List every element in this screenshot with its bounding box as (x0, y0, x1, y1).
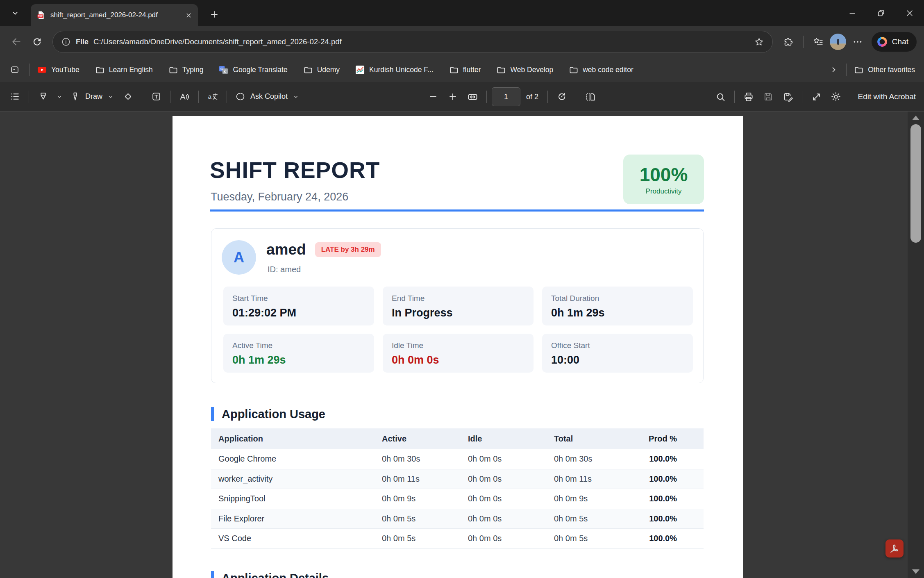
employee-card: A amed LATE by 3h 29m ID: amed Start Tim… (211, 228, 704, 383)
highlight-options-button[interactable] (54, 87, 65, 106)
favorites-divider (30, 64, 30, 76)
favorite-youtube[interactable]: YouTube (37, 65, 79, 75)
stat-idle-time: Idle Time 0h 0m 0s (383, 334, 534, 373)
table-of-contents-icon (10, 91, 20, 102)
folder-icon (303, 65, 313, 75)
read-aloud-button[interactable] (175, 87, 193, 106)
zoom-in-button[interactable] (444, 87, 462, 106)
minimize-button[interactable] (838, 0, 867, 26)
tab-title: shift_report_amed_2026-02-24.pdf (50, 11, 180, 19)
scrollbar[interactable] (908, 112, 924, 578)
favorite-udemy[interactable]: Udemy (303, 65, 340, 75)
new-tab-button[interactable] (205, 6, 224, 23)
copilot-chat-button[interactable]: Chat (872, 32, 917, 52)
scrollbar-up-arrow[interactable] (912, 116, 919, 120)
acrobat-extension-button[interactable] (885, 539, 904, 558)
copilot-logo-icon (876, 36, 888, 48)
print-button[interactable] (740, 87, 758, 106)
save-button[interactable] (759, 87, 777, 106)
fit-to-width-button[interactable] (463, 87, 481, 106)
address-divider (803, 36, 804, 48)
zoom-out-button[interactable] (424, 87, 442, 106)
folder-icon (168, 65, 178, 75)
google-translate-icon: G (219, 65, 228, 75)
pdf-settings-button[interactable] (827, 87, 845, 106)
favorite-learn-english[interactable]: Learn English (95, 65, 153, 75)
scrollbar-thumb[interactable] (910, 124, 921, 243)
svg-text:PDF: PDF (38, 15, 43, 17)
refresh-button[interactable] (28, 32, 46, 51)
browser-essentials-button[interactable] (779, 32, 797, 51)
report-title: SHIFT REPORT (210, 157, 380, 183)
tab-search-caret-button[interactable] (5, 4, 25, 22)
app-usage-table: Application Active Idle Total Prod % Goo… (211, 428, 704, 549)
back-arrow-icon (11, 36, 22, 47)
scrollbar-down-arrow[interactable] (912, 569, 919, 574)
folder-icon (95, 65, 104, 75)
draw-button[interactable]: Draw (67, 87, 117, 106)
highlight-button[interactable] (34, 87, 52, 106)
folder-icon (449, 65, 459, 75)
folder-icon (496, 65, 506, 75)
fullscreen-button[interactable] (807, 87, 825, 106)
shift-stats-grid: Start Time 01:29:02 PM End Time In Progr… (223, 287, 693, 373)
favorite-star-icon[interactable] (754, 37, 764, 47)
favorite-kurdish-unicode[interactable]: Kurdish Unicode F... (355, 65, 434, 75)
productivity-value: 100% (640, 164, 688, 186)
read-aloud-icon (179, 91, 190, 102)
info-icon[interactable] (61, 37, 71, 47)
svg-text:a: a (208, 93, 211, 100)
rotate-button[interactable] (553, 87, 571, 106)
ask-copilot-button[interactable]: Ask Copilot (232, 87, 302, 106)
stat-total-duration: Total Duration 0h 1m 29s (542, 287, 693, 325)
toolbar-divider (142, 91, 142, 103)
back-button[interactable] (7, 32, 25, 51)
page-view-icon (585, 91, 596, 102)
draw-pen-icon (70, 91, 80, 102)
erase-button[interactable] (119, 87, 137, 106)
save-as-button[interactable] (779, 87, 797, 106)
heading-accent-bar (211, 407, 214, 421)
restore-icon (876, 9, 885, 18)
table-of-contents-button[interactable] (6, 87, 24, 106)
sidebar-toggle-button[interactable] (6, 60, 24, 79)
toolbar-divider (170, 91, 170, 103)
acrobat-logo-icon (888, 542, 901, 555)
settings-more-button[interactable] (849, 32, 867, 51)
favorite-google-translate[interactable]: G Google Translate (219, 65, 287, 75)
fit-width-icon (467, 91, 478, 102)
address-bar: File C:/Users/amadb/OneDrive/Documents/s… (0, 26, 924, 57)
add-text-button[interactable] (147, 87, 165, 106)
table-header-row: Application Active Idle Total Prod % (211, 428, 704, 449)
favorites-button[interactable] (809, 32, 827, 51)
search-document-button[interactable] (711, 87, 729, 106)
folder-icon (854, 65, 863, 75)
pdf-viewer: SHIFT REPORT Tuesday, February 24, 2026 … (0, 112, 924, 578)
page-number-input[interactable]: 1 (492, 87, 520, 106)
favorite-typing[interactable]: Typing (168, 65, 204, 75)
favorite-web-develop[interactable]: Web Develop (496, 65, 553, 75)
restore-button[interactable] (867, 0, 895, 26)
translate-button[interactable]: a (204, 87, 222, 106)
close-window-button[interactable] (895, 0, 924, 26)
expand-icon (811, 92, 822, 102)
table-row: Google Chrome 0h 0m 30s 0h 0m 0s 0h 0m 3… (211, 449, 704, 469)
tab-close-icon[interactable] (185, 12, 192, 19)
edit-with-acrobat-button[interactable]: Edit with Acrobat (858, 92, 916, 101)
toolbar-divider (576, 91, 576, 103)
favorite-web-code-editor[interactable]: web code editor (569, 65, 633, 75)
address-input[interactable]: File C:/Users/amadb/OneDrive/Documents/s… (52, 31, 773, 53)
window-controls (838, 0, 924, 26)
browser-tab[interactable]: PDF shift_report_amed_2026-02-24.pdf (31, 4, 198, 26)
toolbar-divider (547, 91, 548, 103)
browser-essentials-icon (783, 37, 793, 47)
other-favorites[interactable]: Other favorites (854, 65, 915, 75)
favorite-flutter[interactable]: flutter (449, 65, 481, 75)
profile-avatar[interactable] (830, 34, 846, 50)
heading-accent-bar (211, 571, 214, 578)
app-details-heading: Application Details (211, 571, 329, 578)
favorites-overflow-button[interactable] (825, 60, 843, 79)
folder-icon (569, 65, 578, 75)
pdf-page: SHIFT REPORT Tuesday, February 24, 2026 … (173, 116, 743, 578)
page-view-button[interactable] (581, 87, 599, 106)
